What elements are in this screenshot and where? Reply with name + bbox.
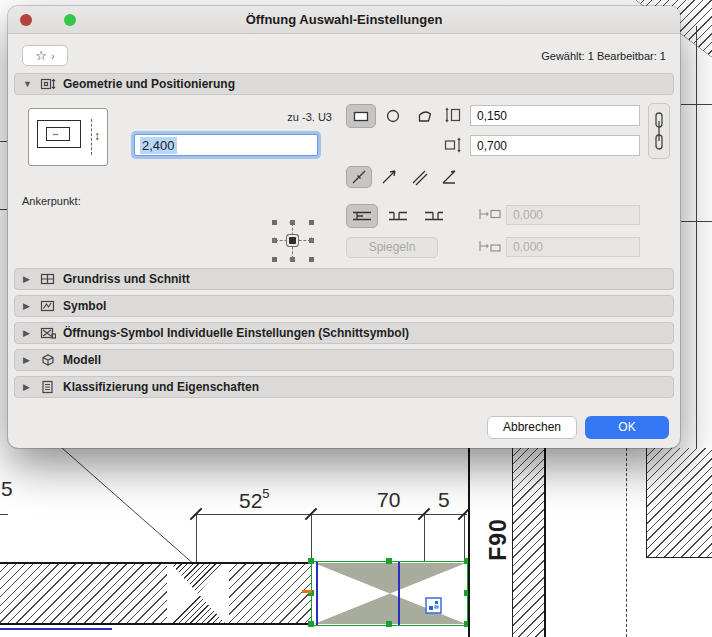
width-field[interactable]: 0,150	[470, 105, 640, 126]
slope-option-1-button[interactable]	[346, 166, 372, 188]
selected-text: 2,400	[140, 137, 177, 154]
section-classification-header[interactable]: ▶ Klassifizierung und Eigenschaften	[14, 376, 674, 398]
relative-story-label: zu -3. U3	[228, 111, 332, 123]
wall-plan-left	[0, 562, 312, 625]
placement-option-2-button[interactable]	[382, 204, 414, 228]
opening-height-input[interactable]: 2,400	[134, 134, 318, 156]
window-title: Öffnung Auswahl-Einstellungen	[8, 6, 680, 34]
section-geometry-header[interactable]: ▼ Geometrie und Positionierung	[14, 73, 674, 95]
anchor-arrow-down-icon	[289, 259, 295, 265]
section-classification-label: Klassifizierung und Eigenschaften	[63, 380, 259, 394]
preview-dim-line	[91, 119, 92, 155]
disclosure-closed-icon: ▶	[23, 274, 33, 284]
opening-width-icon	[444, 106, 462, 124]
section-model-label: Modell	[63, 353, 101, 367]
offset-1-field: 0,000	[506, 205, 640, 225]
tick-line-right-2	[681, 221, 712, 222]
selection-status: Gewählt: 1 Bearbeitbar: 1	[541, 50, 666, 62]
selection-handle[interactable]	[308, 558, 314, 564]
tick-line-left-2	[0, 209, 7, 210]
disclosure-closed-icon: ▶	[23, 328, 33, 338]
opening-settings-dialog: Öffnung Auswahl-Einstellungen ☆ › Gewähl…	[8, 6, 680, 448]
selection-handle[interactable]	[386, 558, 392, 564]
opening-selection-rect	[311, 561, 468, 626]
depth-field[interactable]: 0,700	[470, 135, 640, 156]
dimension-5: 5	[438, 488, 450, 512]
favorites-button[interactable]: ☆ ›	[22, 45, 68, 66]
extension-line-4	[464, 514, 465, 563]
anchor-arrow-left-icon	[269, 237, 275, 243]
classification-section-icon	[40, 380, 56, 394]
ok-button[interactable]: OK	[585, 416, 669, 439]
f90-column-hatch	[512, 448, 546, 637]
chevron-right-icon: ›	[51, 50, 55, 62]
anchor-arrow-up-icon	[289, 217, 295, 223]
window-symbol-gap	[167, 564, 229, 623]
extension-line-1	[196, 514, 197, 566]
offset-2-field: 0,000	[506, 237, 640, 257]
slope-option-3-button[interactable]	[406, 166, 432, 188]
extension-line-2	[311, 514, 312, 563]
zoom-button[interactable]	[64, 14, 76, 26]
model-section-icon	[40, 353, 56, 367]
anchor-node-selected[interactable]	[289, 237, 296, 244]
opening-depth-icon	[444, 136, 462, 154]
screen: 5 525 70 5	[0, 0, 712, 637]
geometry-section-icon	[40, 77, 56, 91]
close-button[interactable]	[20, 14, 32, 26]
preview-horizontal-arrow-icon: ↔	[51, 128, 60, 138]
preview-vertical-arrow-icon: ↕	[94, 129, 100, 143]
shape-polygon-button[interactable]	[410, 104, 440, 128]
anchor-point-label: Ankerpunkt:	[22, 195, 81, 207]
selection-handle[interactable]	[386, 621, 392, 627]
section-floorplan-label: Grundriss und Schnitt	[63, 272, 190, 286]
shape-circle-button[interactable]	[378, 104, 408, 128]
offset-2-icon	[478, 239, 502, 253]
section-opening-symbol-label: Öffnungs-Symbol Individuelle Einstellung…	[63, 326, 409, 340]
dimension-line-stub	[0, 514, 8, 515]
opening-symbol-section-icon	[40, 326, 56, 340]
offset-1-icon	[478, 207, 502, 221]
anchor-node[interactable]	[272, 257, 277, 262]
anchor-node[interactable]	[309, 257, 314, 262]
tick-line-left-1	[0, 141, 7, 142]
section-symbol-header[interactable]: ▶ Symbol	[14, 295, 674, 317]
extension-line-3	[424, 514, 425, 563]
slope-option-2-button[interactable]	[376, 166, 402, 188]
symbol-section-icon	[40, 299, 56, 313]
dimension-line	[195, 514, 467, 515]
section-floorplan-header[interactable]: ▶ Grundriss und Schnitt	[14, 268, 674, 290]
dimension-left: 5	[1, 477, 13, 501]
disclosure-closed-icon: ▶	[23, 355, 33, 365]
slope-option-4-button[interactable]	[436, 166, 462, 188]
grid-blue-line	[0, 628, 112, 630]
wall-line-right	[696, 26, 697, 448]
placement-option-1-button[interactable]	[346, 204, 378, 228]
axis-dashed-line	[626, 448, 627, 637]
shape-rectangle-button[interactable]	[346, 104, 376, 128]
section-geometry-label: Geometrie und Positionierung	[63, 77, 235, 91]
anchor-point-selector[interactable]	[272, 220, 314, 262]
f90-column: F90	[468, 448, 512, 637]
disclosure-closed-icon: ▶	[23, 382, 33, 392]
anchor-node[interactable]	[272, 220, 277, 225]
opening-preview-icon: ↔ ↕	[28, 108, 108, 166]
title-bar[interactable]: Öffnung Auswahl-Einstellungen	[8, 6, 680, 34]
dimension-70: 70	[377, 488, 400, 512]
wall-hatch-bottom-right	[646, 448, 712, 558]
window-symbol-bowtie	[171, 564, 225, 623]
anchor-node[interactable]	[309, 220, 314, 225]
floorplan-section-icon	[40, 272, 56, 286]
section-model-header[interactable]: ▶ Modell	[14, 349, 674, 371]
section-symbol-label: Symbol	[63, 299, 106, 313]
selection-handle[interactable]	[308, 621, 314, 627]
anchor-arrow-right-icon	[311, 237, 317, 243]
disclosure-closed-icon: ▶	[23, 301, 33, 311]
disclosure-open-icon: ▼	[23, 79, 33, 89]
star-icon: ☆	[35, 48, 47, 63]
cancel-button[interactable]: Abbrechen	[487, 416, 577, 439]
opening-origin-marker	[302, 590, 312, 593]
placement-option-3-button[interactable]	[418, 204, 450, 228]
section-opening-symbol-header[interactable]: ▶ Öffnungs-Symbol Individuelle Einstellu…	[14, 322, 674, 344]
link-dimensions-button[interactable]	[648, 103, 670, 159]
